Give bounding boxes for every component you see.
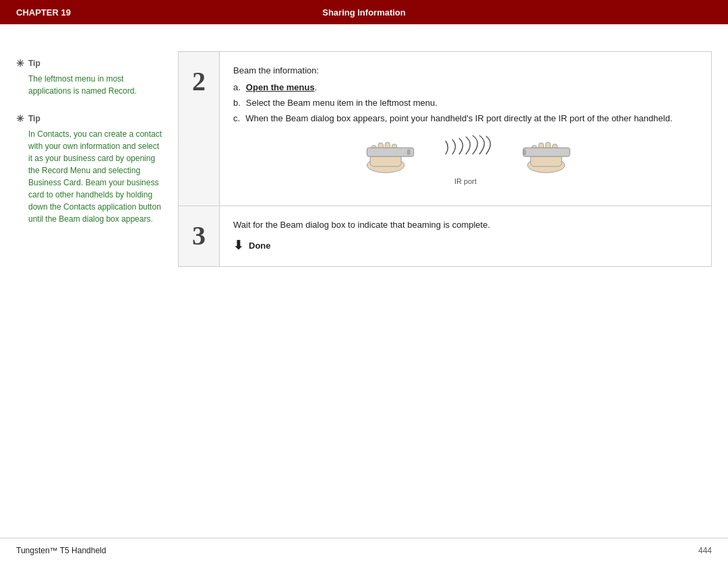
step-2-text-a: Open the menus. [246,82,698,92]
step-2-text-c: When the Beam dialog box appears, point … [245,113,698,123]
step-2-intro: Beam the information: [233,65,698,75]
section-title: Sharing Information [190,7,538,18]
page-footer: Tungsten™ T5 Handheld 444 [0,538,728,562]
step-2-label-c: c. [233,113,240,123]
svg-rect-6 [367,148,413,156]
sidebar: ✳ Tip The leftmost menu in most applicat… [16,51,164,524]
tip-star-icon: ✳ [16,58,24,69]
ir-drawing [355,134,577,175]
left-device-svg [355,134,435,175]
page-header: CHAPTER 19 Sharing Information [0,0,728,24]
done-arrow-icon: ⬇ [233,238,243,253]
step-2-item-c: c. When the Beam dialog box appears, poi… [233,113,698,123]
step-2-number: 2 [179,52,219,206]
step-2-label-b: b. [233,98,241,108]
ir-diagram: IR port [233,134,698,185]
ir-port-label: IR port [454,177,477,185]
tip1-text: The leftmost menu in most applications i… [16,73,164,97]
done-row: ⬇ Done [233,238,698,253]
tip1-label: Tip [28,59,40,68]
step-2-box: 2 Beam the information: a. Open the menu… [178,51,712,206]
tip-2: ✳ Tip In Contacts, you can create a cont… [16,113,164,225]
step-2-content: Beam the information: a. Open the menus.… [219,52,711,206]
chapter-label: CHAPTER 19 [16,7,190,18]
step-2-item-a: a. Open the menus. [233,82,698,92]
done-label: Done [249,241,271,251]
step-3-box: 3 Wait for the Beam dialog box to indica… [178,206,712,267]
tip-1: ✳ Tip The leftmost menu in most applicat… [16,58,164,97]
tip2-text: In Contacts, you can create a contact wi… [16,128,164,225]
open-menus-link[interactable]: Open the menus [246,82,315,92]
svg-rect-15 [523,150,526,154]
ir-waves-svg [442,134,496,175]
step-2-item-b: b. Select the Beam menu item in the left… [233,98,698,108]
step-3-number: 3 [179,206,219,266]
footer-brand: Tungsten™ T5 Handheld [16,546,698,555]
svg-rect-7 [407,150,410,154]
step-2-text-b: Select the Beam menu item in the leftmos… [246,98,698,108]
brand-text: Tungsten™ T5 Handheld [16,546,106,555]
right-device-svg [503,134,577,175]
tip2-label: Tip [28,114,40,123]
step-3-text: Wait for the Beam dialog box to indicate… [233,220,698,230]
page-number: 444 [698,546,712,555]
tip-star-icon-2: ✳ [16,113,24,124]
step-3-content: Wait for the Beam dialog box to indicate… [219,206,711,266]
main-content: ✳ Tip The leftmost menu in most applicat… [0,24,728,538]
svg-rect-14 [523,148,570,156]
steps-container: 2 Beam the information: a. Open the menu… [178,51,712,524]
step-2-label-a: a. [233,82,241,92]
